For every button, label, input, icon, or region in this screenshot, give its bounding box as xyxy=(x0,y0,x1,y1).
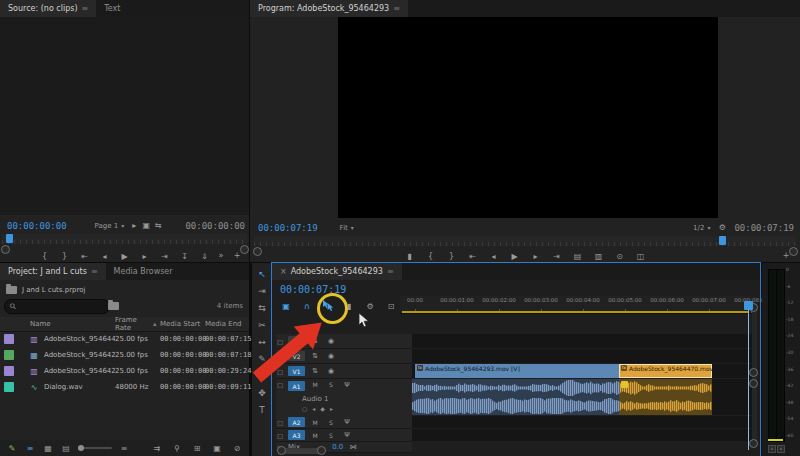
step-back-button[interactable]: ◂ xyxy=(488,252,500,261)
mark-out-button[interactable]: } xyxy=(446,252,458,261)
button-editor-add[interactable]: + xyxy=(780,251,792,260)
go-to-out-button[interactable]: ⇥ xyxy=(159,252,171,261)
new-bin-button[interactable]: ⊞ xyxy=(191,444,203,453)
solo-button[interactable]: S xyxy=(325,432,337,439)
vscroll-handle-bottom[interactable] xyxy=(749,439,758,448)
source-ruler[interactable] xyxy=(2,234,247,244)
track-header-a3[interactable]: □ A3 M S Ψ xyxy=(276,429,412,442)
timeline-playhead[interactable] xyxy=(744,301,753,310)
project-row[interactable]: ▥AdobeStock_95464293.mov25.00 fps00:00:0… xyxy=(0,363,249,379)
tab-media-browser[interactable]: Media Browser xyxy=(106,263,181,280)
hscroll-handle-left[interactable] xyxy=(277,446,286,455)
project-row[interactable]: ∿Dialog.wav48000 Hz00:00:00:0000:00:09:1… xyxy=(0,379,249,395)
project-row[interactable]: ▦AdobeStock_9546429325.00 fps00:00:00:00… xyxy=(0,347,249,363)
sync-lock-icon[interactable]: ⇅ xyxy=(309,367,321,375)
project-writable-button[interactable]: ✎ xyxy=(6,444,18,453)
bin-navigation-icon[interactable] xyxy=(108,302,119,310)
vscroll-handle-mid2[interactable] xyxy=(749,379,758,388)
meter-solo-ch1[interactable]: s xyxy=(768,445,776,453)
tab-project[interactable]: Project: J and L cuts ≡ xyxy=(0,263,106,280)
selection-tool[interactable]: ↖ xyxy=(255,269,269,279)
slip-tool[interactable]: ↔ xyxy=(255,337,269,347)
step-back-button[interactable]: ◂ xyxy=(99,252,111,261)
audio-track-name[interactable]: Audio 1 xyxy=(302,395,329,403)
mute-button[interactable]: M xyxy=(309,381,321,388)
mark-out-button[interactable]: } xyxy=(59,252,71,261)
track-lock-icon[interactable]: □ xyxy=(276,432,284,439)
automate-to-sequence-button[interactable]: ⇉ xyxy=(151,444,163,453)
pan-icon[interactable]: ⋈ xyxy=(347,443,359,451)
sort-icons-button[interactable]: ≡ xyxy=(118,444,130,453)
track-header-a1[interactable]: □ A1 M S Ψ xyxy=(276,379,412,418)
hscroll-handle-right[interactable] xyxy=(317,446,326,455)
panel-menu-icon[interactable]: ≡ xyxy=(82,4,89,13)
program-ruler[interactable] xyxy=(254,236,796,246)
play-button[interactable]: ▶ xyxy=(509,252,521,261)
track-badge[interactable]: A3 xyxy=(288,430,305,440)
page-grid-icon[interactable]: ▣ xyxy=(140,221,152,230)
mute-button[interactable]: M xyxy=(309,432,321,439)
breadcrumb[interactable]: J and L cuts.prproj xyxy=(22,286,85,294)
next-page-icon[interactable]: ▸ xyxy=(128,221,140,230)
clear-button[interactable]: ⊘ xyxy=(231,444,243,453)
track-badge[interactable]: V1 xyxy=(288,366,305,376)
play-button[interactable]: ▶ xyxy=(119,252,131,261)
column-media-start[interactable]: Media Start xyxy=(160,320,205,328)
voiceover-record-icon[interactable]: Ψ xyxy=(341,381,353,389)
panel-menu-icon[interactable]: ≡ xyxy=(91,267,98,276)
freeform-view-button[interactable]: ▤ xyxy=(60,444,72,453)
mark-in-button[interactable]: { xyxy=(425,252,437,261)
track-lock-icon[interactable]: □ xyxy=(276,381,284,388)
label-color-swatch[interactable] xyxy=(4,334,14,344)
solo-button[interactable]: S xyxy=(325,381,337,388)
track-badge[interactable]: A1 xyxy=(288,381,305,391)
source-timecode-current[interactable]: 00:00:00:00 xyxy=(7,221,67,231)
meter-solo-ch2[interactable]: s xyxy=(777,445,785,453)
tab-text[interactable]: Text xyxy=(96,0,128,17)
solo-button[interactable]: S xyxy=(325,419,337,426)
overwrite-button[interactable]: ⇓ xyxy=(199,252,211,261)
go-to-in-button[interactable]: ⇤ xyxy=(79,252,91,261)
keyframe-toggle-icon[interactable]: ○ xyxy=(302,405,307,412)
program-playhead[interactable] xyxy=(719,236,726,245)
audio-meters-panel[interactable]: 0-6-12-18-24-30-36-42-48-54-60 s s xyxy=(762,263,800,456)
insert-button[interactable]: ↧ xyxy=(179,252,191,261)
chevron-down-icon[interactable]: ▾ xyxy=(707,224,710,231)
panel-menu-icon[interactable]: ≡ xyxy=(387,267,394,276)
zoom-level-select[interactable]: Fit xyxy=(340,224,348,232)
chevron-down-icon[interactable]: ▾ xyxy=(351,224,354,231)
razor-tool[interactable]: ✂ xyxy=(255,320,269,330)
column-name[interactable]: Name xyxy=(30,320,115,328)
button-editor-overflow[interactable]: » xyxy=(215,251,227,260)
step-forward-button[interactable]: ▸ xyxy=(139,252,151,261)
page-selector[interactable]: Page 1 xyxy=(95,222,119,230)
new-item-button[interactable]: ▣ xyxy=(211,444,223,453)
tab-sequence[interactable]: × AdobeStock_95464293 ≡ xyxy=(272,263,402,280)
captions-button[interactable]: ⊡ xyxy=(385,302,397,311)
export-frame-button[interactable]: ⊙ xyxy=(614,252,626,261)
type-tool[interactable]: T xyxy=(255,405,269,415)
track-output-eye-icon[interactable]: ◉ xyxy=(325,352,337,360)
extract-button[interactable]: ▥ xyxy=(593,252,605,261)
hand-tool[interactable]: ✥ xyxy=(255,388,269,398)
tab-program[interactable]: Program: AdobeStock_95464293 ≡ xyxy=(250,0,408,17)
column-frame-rate[interactable]: Frame Rate xyxy=(115,316,153,332)
prev-keyframe-icon[interactable]: ◂ xyxy=(312,405,315,412)
nest-toggle-button[interactable]: ▣ xyxy=(280,302,292,311)
zoom-slider[interactable] xyxy=(78,447,112,449)
lift-button[interactable]: ▤ xyxy=(572,252,584,261)
program-timecode-current[interactable]: 00:00:07:19 xyxy=(258,223,318,233)
add-marker-button[interactable]: ▮ xyxy=(404,252,416,261)
track-select-forward-tool[interactable]: ⇥ xyxy=(255,286,269,296)
page-arrows-icon[interactable]: ⇆ xyxy=(152,221,164,230)
step-forward-button[interactable]: ▸ xyxy=(530,252,542,261)
track-lock-icon[interactable]: □ xyxy=(276,419,284,426)
audio-clip-waveform-left[interactable] xyxy=(412,379,712,397)
mix-volume-value[interactable]: 0.0 xyxy=(332,443,343,451)
close-icon[interactable]: × xyxy=(280,267,287,276)
label-color-swatch[interactable] xyxy=(4,366,14,376)
playback-resolution-select[interactable]: 1/2 xyxy=(693,224,704,232)
track-output-eye-icon[interactable]: ◉ xyxy=(325,367,337,375)
settings-wrench-icon[interactable]: ⚙ xyxy=(716,223,728,232)
source-playhead[interactable] xyxy=(6,234,13,243)
